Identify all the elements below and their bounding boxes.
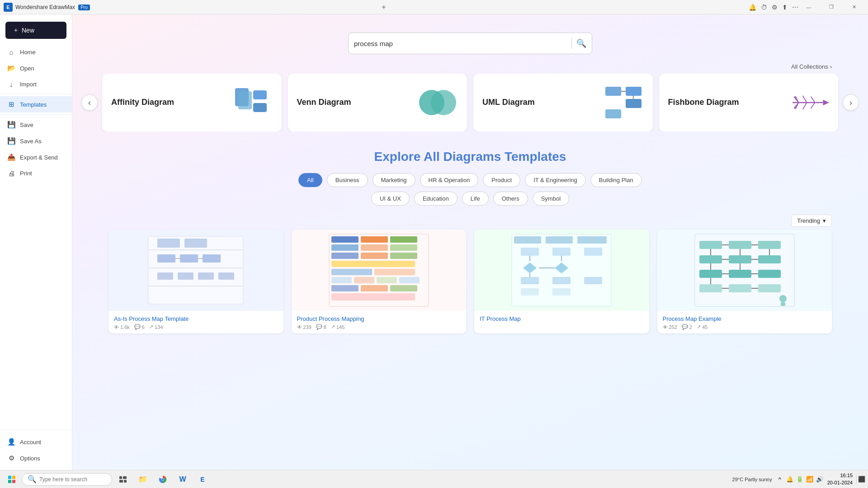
sidebar-item-label: Templates xyxy=(20,101,47,108)
filter-life[interactable]: Life xyxy=(462,192,489,206)
sidebar-item-account[interactable]: 👤 Account xyxy=(0,434,72,450)
sidebar-item-templates[interactable]: ⊞ Templates xyxy=(0,96,72,113)
filter-others[interactable]: Others xyxy=(493,192,528,206)
sidebar-divider-2 xyxy=(0,114,72,115)
svg-rect-67 xyxy=(521,277,539,284)
settings-icon[interactable]: ⚙ xyxy=(772,4,778,11)
template-meta: 👁 252 💬 2 ↗ 45 xyxy=(663,324,827,330)
search-input[interactable] xyxy=(354,40,567,47)
svg-rect-28 xyxy=(157,254,175,263)
carousel-card-venn[interactable]: Venn Diagram xyxy=(288,74,467,131)
svg-rect-89 xyxy=(729,270,751,278)
placeholder-meta: ··· xyxy=(480,324,484,329)
close-button[interactable]: ✕ xyxy=(844,0,864,14)
sidebar-item-save-as[interactable]: 💾 Save As xyxy=(0,133,72,149)
share-icon[interactable]: ⬆ xyxy=(782,4,788,11)
taskbar-search-icon: 🔍 xyxy=(28,475,37,483)
taskbar-app-task-view[interactable] xyxy=(114,471,132,488)
taskbar-app-chrome[interactable] xyxy=(154,471,172,488)
comments-meta: 💬 8 xyxy=(316,324,326,330)
search-area: 🔍 xyxy=(72,14,868,63)
templates-icon: ⊞ xyxy=(7,100,15,108)
sidebar-item-save[interactable]: 💾 Save xyxy=(0,117,72,133)
titlebar: E Wondershare EdrawMax Pro + 🔔 ⏱ ⚙ ⬆ ⋯ —… xyxy=(0,0,868,14)
svg-rect-91 xyxy=(758,270,781,278)
template-card-product-process[interactable]: Product Process Mapping 👁 239 💬 8 ↗ 145 xyxy=(292,230,467,333)
volume-icon[interactable]: 🔊 xyxy=(816,475,824,483)
taskbar-app-edraw[interactable]: E xyxy=(193,471,212,488)
show-desktop-button[interactable]: ⬛ xyxy=(856,475,864,483)
filter-symbol[interactable]: Symbol xyxy=(533,192,569,206)
filter-row-2: UI & UX Education Life Others Symbol xyxy=(108,192,832,206)
svg-rect-44 xyxy=(331,253,359,259)
maximize-button[interactable]: ❐ xyxy=(821,0,842,14)
template-name: As-Is Process Map Template xyxy=(114,315,278,322)
sidebar-item-options[interactable]: ⚙ Options xyxy=(0,450,72,466)
all-collections-link[interactable]: All Collections › xyxy=(791,63,832,70)
carousel-card-fishbone[interactable]: Fishbone Diagram xyxy=(659,74,839,131)
carousel-next-button[interactable]: › xyxy=(843,94,859,111)
new-button[interactable]: ＋ New xyxy=(5,22,66,39)
svg-rect-112 xyxy=(124,480,127,483)
filter-building[interactable]: Building Plan xyxy=(590,173,642,187)
explore-section: Explore All Diagrams Templates All Busin… xyxy=(72,141,868,347)
chevron-right-icon: › xyxy=(830,63,832,70)
svg-rect-53 xyxy=(399,277,420,283)
carousel-items: Affinity Diagram Venn Diagram xyxy=(98,74,843,131)
wifi-icon[interactable]: 📶 xyxy=(806,475,814,483)
carousel-card-uml[interactable]: UML Diagram xyxy=(473,74,653,131)
notification-tray-icon[interactable]: 🔔 xyxy=(786,475,794,483)
template-card-process-example[interactable]: Process Map Example 👁 252 💬 2 ↗ 45 xyxy=(657,230,832,333)
timer-icon[interactable]: ⏱ xyxy=(761,4,767,11)
more-icon[interactable]: ⋯ xyxy=(792,4,798,11)
sidebar-item-label: Open xyxy=(20,65,34,72)
carousel-card-affinity[interactable]: Affinity Diagram xyxy=(102,74,282,131)
taskbar-search-bar[interactable]: 🔍 xyxy=(22,473,112,486)
carousel-card-label: UML Diagram xyxy=(482,97,535,108)
filter-marketing[interactable]: Marketing xyxy=(373,173,415,187)
carousel-card-label: Affinity Diagram xyxy=(111,97,174,108)
filter-product[interactable]: Product xyxy=(483,173,520,187)
svg-rect-70 xyxy=(521,288,539,296)
sidebar-item-print[interactable]: 🖨 Print xyxy=(0,165,72,181)
start-button[interactable] xyxy=(4,472,20,487)
sidebar-item-open[interactable]: 📂 Open xyxy=(0,60,72,76)
template-thumbnail xyxy=(474,230,649,311)
svg-rect-42 xyxy=(361,244,388,251)
carousel-prev-button[interactable]: ‹ xyxy=(81,94,98,111)
svg-rect-84 xyxy=(729,255,751,263)
svg-rect-43 xyxy=(390,244,417,251)
filter-education[interactable]: Education xyxy=(414,192,458,206)
taskbar-app-explorer[interactable]: 📁 xyxy=(134,471,152,488)
template-card-as-is[interactable]: As-Is Process Map Template 👁 1.6k 💬 6 ↗ … xyxy=(108,230,283,333)
sidebar-item-export[interactable]: 📤 Export & Send xyxy=(0,149,72,165)
template-card-it-process[interactable]: IT Process Map ··· xyxy=(474,230,649,333)
taskbar-search-input[interactable] xyxy=(39,476,103,483)
sidebar-item-import[interactable]: ↓ Import xyxy=(0,76,72,92)
filter-ui[interactable]: UI & UX xyxy=(371,192,410,206)
views-meta: 👁 252 xyxy=(663,324,677,330)
add-tab-button[interactable]: + xyxy=(378,2,389,13)
sort-dropdown[interactable]: Trending ▾ xyxy=(791,215,832,227)
taskbar-app-word[interactable]: W xyxy=(174,471,192,488)
taskbar-right: 29°C Partly sunny ^ 🔔 🔋 📶 🔊 16:15 20-01-… xyxy=(732,472,864,486)
template-name: Product Process Mapping xyxy=(297,315,461,322)
taskbar-clock[interactable]: 16:15 20-01-2024 xyxy=(827,472,853,486)
sidebar-item-home[interactable]: ⌂ Home xyxy=(0,44,72,60)
explore-title: Explore All Diagrams Templates xyxy=(108,150,832,164)
chevron-up-icon[interactable]: ^ xyxy=(776,475,784,483)
svg-rect-9 xyxy=(605,109,621,118)
battery-icon[interactable]: 🔋 xyxy=(796,475,804,483)
template-thumbnail xyxy=(292,230,467,311)
minimize-button[interactable]: — xyxy=(798,0,819,14)
sidebar-item-label: Save xyxy=(20,122,33,128)
svg-rect-48 xyxy=(331,269,372,275)
filter-all[interactable]: All xyxy=(298,173,322,187)
search-icon[interactable]: 🔍 xyxy=(576,38,586,48)
titlebar-tray: 🔔 ⏱ ⚙ ⬆ ⋯ xyxy=(749,4,798,11)
carousel-card-label: Venn Diagram xyxy=(297,97,351,108)
filter-business[interactable]: Business xyxy=(327,173,368,187)
filter-it[interactable]: IT & Engineering xyxy=(525,173,586,187)
notification-icon[interactable]: 🔔 xyxy=(749,4,756,11)
filter-hr[interactable]: HR & Operation xyxy=(420,173,479,187)
